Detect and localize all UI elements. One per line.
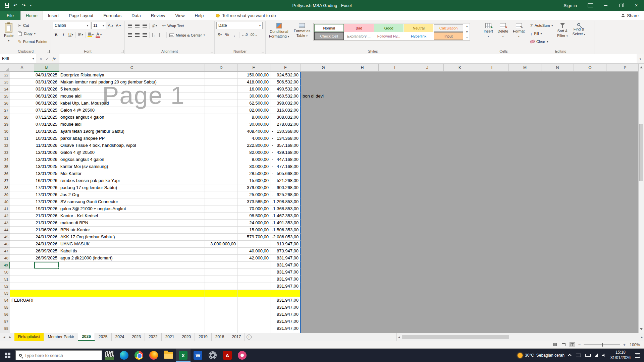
outside-print-area-row-49[interactable] (301, 262, 644, 269)
sheet-tab-2022[interactable]: 2022 (145, 333, 162, 341)
cell-C47[interactable]: Kabel tis (59, 248, 205, 255)
cell-C22[interactable]: Doorprize Riska melya (59, 72, 205, 79)
cell-B43[interactable]: 21/01/2026 (34, 220, 59, 227)
row-header-38[interactable]: 38 (0, 184, 10, 191)
cell-F50[interactable]: 831.947,00 (270, 269, 301, 276)
row-header-34[interactable]: 34 (0, 156, 10, 163)
cell-C23[interactable]: Makan lembur nasi padang 20 org (lembur … (59, 79, 205, 86)
cell-D37[interactable] (205, 177, 237, 184)
cell-style-bad[interactable]: Bad (344, 24, 374, 32)
cell-style-followed-hy[interactable]: Followed Hy... (374, 32, 404, 40)
cell-style-calculation[interactable]: Calculation (434, 24, 463, 32)
align-left-button[interactable] (126, 32, 133, 39)
cell-D45[interactable] (205, 234, 237, 241)
outside-print-area-row-54[interactable] (301, 297, 644, 304)
cell-B52[interactable] (34, 283, 59, 290)
cell-F56[interactable]: 831.947,00 (270, 311, 301, 318)
conditional-formatting-button[interactable]: ConditionalFormatting ▾ (267, 22, 291, 47)
cell-A35[interactable] (10, 163, 34, 170)
cell-C55[interactable] (59, 304, 205, 311)
cell-E37[interactable]: 15.600,00 (237, 177, 270, 184)
cell-C27[interactable]: Galon 4 @ 20500 (59, 107, 205, 114)
redo-icon[interactable]: ↷ (22, 3, 26, 8)
zoom-slider[interactable] (584, 344, 620, 345)
cell-C29[interactable]: mouse aldi (59, 121, 205, 128)
cell-A28[interactable] (10, 114, 34, 121)
cell-D23[interactable] (205, 79, 237, 86)
cell-E29[interactable]: 30.000,00 (237, 121, 270, 128)
row-header-36[interactable]: 36 (0, 170, 10, 177)
cell-F26[interactable]: 398.032,00 (270, 100, 301, 107)
taskbar-edge[interactable] (117, 349, 131, 362)
autosum-button[interactable]: ΣAutoSum▾ (529, 22, 554, 29)
insert-function-icon[interactable]: fx (53, 56, 56, 62)
cell-A29[interactable] (10, 121, 34, 128)
outside-print-area-row-59[interactable] (301, 332, 644, 333)
cell-D47[interactable] (205, 248, 237, 255)
outside-print-area-row-48[interactable] (301, 255, 644, 262)
comma-style-button[interactable]: , (231, 31, 238, 38)
cell-F37[interactable]: -521.268,00 (270, 177, 301, 184)
outside-print-area-row-22[interactable] (301, 72, 644, 79)
ribbon-tab-file[interactable]: File (0, 11, 20, 20)
middle-align-button[interactable] (134, 22, 141, 29)
cell-C52[interactable] (59, 283, 205, 290)
cell-B58[interactable] (34, 325, 59, 332)
alignment-dialog-launcher[interactable] (211, 50, 213, 53)
cell-E38[interactable]: 379.000,00 (237, 184, 270, 191)
cell-E36[interactable]: 28.500,00 (237, 170, 270, 177)
cell-F41[interactable]: -1.368.853,00 (270, 205, 301, 213)
ribbon-tab-data[interactable]: Data (126, 11, 146, 20)
tab-scroll-right-icon[interactable]: ▸ (9, 335, 11, 339)
outside-print-area-row-30[interactable] (301, 128, 644, 135)
ribbon-tab-view[interactable]: View (170, 11, 190, 20)
cell-E26[interactable]: 62.500,00 (237, 100, 270, 107)
cell-A32[interactable] (10, 142, 34, 149)
taskbar-firefox[interactable] (146, 349, 161, 362)
ribbon-tab-home[interactable]: Home (20, 11, 43, 20)
cell-C33[interactable]: Galon 4 @ 20500 (59, 149, 205, 156)
percent-style-button[interactable]: % (224, 31, 230, 38)
cell-D27[interactable] (205, 107, 237, 114)
share-button[interactable]: Share (616, 11, 644, 20)
cell-E52[interactable] (237, 283, 270, 290)
cell-A38[interactable] (10, 184, 34, 191)
top-align-button[interactable] (126, 22, 133, 29)
taskbar-chrome[interactable] (131, 349, 146, 362)
sheet-tab-2021[interactable]: 2021 (162, 333, 178, 341)
cell-F30[interactable]: -130.368,00 (270, 128, 301, 135)
column-header-O[interactable]: O (574, 64, 606, 72)
row-header-46[interactable]: 46 (0, 241, 10, 248)
row-header-48[interactable]: 48 (0, 255, 10, 262)
cell-C44[interactable]: BPN utr-Kantor (59, 227, 205, 234)
cell-A39[interactable] (10, 191, 34, 198)
cell-D51[interactable] (205, 276, 237, 283)
cell-B44[interactable]: 21/06/2026 (34, 227, 59, 234)
cell-F48[interactable]: 831.947,00 (270, 255, 301, 262)
cell-D48[interactable] (205, 255, 237, 262)
cell-C50[interactable] (59, 269, 205, 276)
insert-cells-button[interactable]: + Insert ▾ (482, 22, 495, 47)
cell-C56[interactable] (59, 311, 205, 318)
sheet-tab-2019[interactable]: 2019 (195, 333, 212, 341)
cell-E31[interactable]: 4.000,00 (237, 135, 270, 142)
cell-D22[interactable] (205, 72, 237, 79)
row-header-32[interactable]: 32 (0, 142, 10, 149)
cell-B48[interactable]: 26/09/2025 (34, 255, 59, 262)
cell-E50[interactable] (237, 269, 270, 276)
cell-B40[interactable]: 17/01/2026 (34, 198, 59, 205)
tab-scroll-left-icon[interactable]: ◂ (3, 335, 5, 339)
row-header-50[interactable]: 50 (0, 269, 10, 276)
vertical-scrollbar[interactable] (638, 64, 644, 333)
outside-print-area-row-44[interactable] (301, 227, 644, 234)
decrease-font-button[interactable]: A▼ (115, 22, 122, 29)
cell-C38[interactable]: padang 17 org lembur Sabtu) (59, 184, 205, 191)
font-dialog-launcher[interactable] (121, 50, 123, 53)
cell-D32[interactable] (205, 142, 237, 149)
cell-F31[interactable]: -134.368,00 (270, 135, 301, 142)
cell-F43[interactable]: -1.491.353,00 (270, 220, 301, 227)
search-input[interactable] (24, 353, 98, 358)
cell-E47[interactable]: 40.000,00 (237, 248, 270, 255)
cell-B57[interactable] (34, 318, 59, 325)
ribbon-tab-insert[interactable]: Insert (43, 11, 64, 20)
